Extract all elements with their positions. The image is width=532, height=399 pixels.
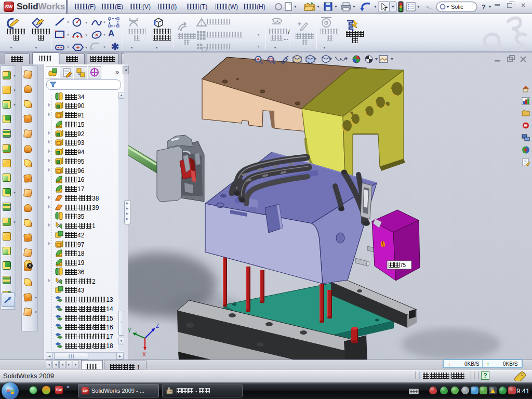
svg-text:?: ?	[482, 3, 486, 11]
svg-text:X: X	[142, 352, 146, 357]
svg-text:»..: »..	[426, 4, 432, 10]
svg-text:Solic: Solic	[451, 4, 463, 10]
svg-text:Z: Z	[156, 323, 159, 329]
svg-text:Y: Y	[128, 328, 131, 334]
